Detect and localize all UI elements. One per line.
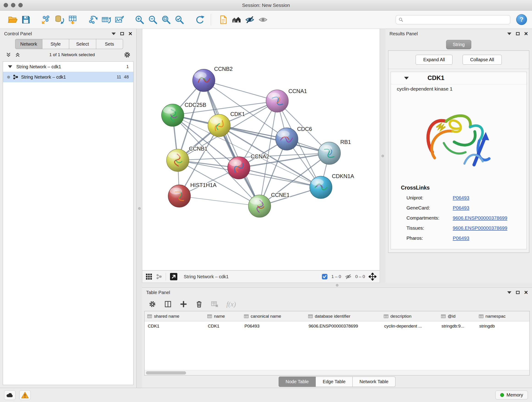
search-input[interactable] (405, 17, 507, 22)
document-button[interactable] (216, 13, 230, 27)
edge-CCNB2-CCNA1[interactable] (204, 80, 277, 101)
add-column-icon[interactable] (180, 300, 187, 308)
uniprot-link[interactable]: P06493 (453, 195, 469, 201)
new-network-from-selection-button[interactable] (86, 13, 99, 27)
column-header-description[interactable]: description (381, 311, 438, 321)
cell-name[interactable]: CDK1 (205, 321, 241, 331)
compartments-link[interactable]: 9606.ENSP00000378699 (453, 215, 507, 221)
maximize-window-button[interactable] (18, 3, 23, 7)
birdseye-toggle-icon[interactable] (170, 273, 178, 281)
node-CCNA1[interactable]: CCNA1 (266, 88, 307, 112)
edge-CCNE1-HIST1H1A[interactable] (179, 196, 260, 206)
genecard-link[interactable]: P06493 (453, 205, 469, 211)
table-menu-icon[interactable] (507, 291, 511, 294)
column-header-database-identifier[interactable]: database identifier (305, 311, 381, 321)
network-options-gear-icon[interactable] (123, 51, 131, 58)
panel-menu-icon[interactable] (112, 32, 116, 35)
table-horizontal-scrollbar[interactable] (145, 370, 530, 375)
left-splitter[interactable] (137, 29, 142, 388)
collection-caret-icon[interactable] (8, 65, 12, 68)
close-panel-icon[interactable]: × (128, 32, 132, 36)
zoom-out-button[interactable] (146, 13, 159, 27)
node-CCNB2[interactable]: CCNB2 (193, 66, 233, 92)
node-HIST1H1A[interactable]: HIST1H1A (168, 182, 216, 207)
network-canvas[interactable]: CCNB2CCNA1CDC25BCDK1CDC6RB1CCNB1CCNA2CDK… (142, 29, 380, 270)
memory-button[interactable]: Memory (495, 390, 528, 400)
show-glass-button[interactable] (256, 13, 270, 27)
cell-id[interactable]: stringdb:9... (438, 321, 476, 331)
table-row[interactable]: CDK1 CDK1 P06493 9606.ENSP00000378699 cy… (145, 321, 530, 331)
export-image-button[interactable] (113, 13, 126, 27)
cell-namespace[interactable]: stringdb (476, 321, 530, 331)
tab-sets[interactable]: Sets (96, 39, 123, 49)
network-collection-row[interactable]: String Network – cdk1 1 (3, 62, 133, 72)
cell-description[interactable]: cyclin-dependent ... (381, 321, 438, 331)
column-header-id[interactable]: @id (438, 311, 476, 321)
collapse-all-button[interactable]: Collapse All (462, 55, 502, 65)
results-close-icon[interactable]: × (524, 32, 528, 36)
table-options-gear-icon[interactable] (148, 300, 156, 308)
export-table-button[interactable] (99, 13, 113, 27)
zoom-fit-button[interactable] (159, 13, 173, 27)
toolbar-search[interactable] (396, 15, 510, 24)
pharos-link[interactable]: P06493 (453, 235, 469, 241)
delete-column-trash-icon[interactable] (195, 300, 203, 308)
zoom-selected-button[interactable] (173, 13, 186, 27)
node-CDC25B[interactable]: CDC25B (162, 102, 206, 127)
hidden-eye-slash-icon[interactable] (345, 273, 352, 280)
string-results-tab[interactable]: String (446, 40, 471, 49)
node-CCNB1[interactable]: CCNB1 (167, 146, 208, 172)
network-row-selected[interactable]: String Network – cdk1 11 48 (3, 72, 133, 82)
minimize-window-button[interactable] (11, 3, 15, 7)
selected-checkbox-icon[interactable] (322, 274, 328, 280)
column-header-canonical-name[interactable]: canonical name (241, 311, 305, 321)
show-columns-icon[interactable] (164, 300, 172, 308)
results-menu-icon[interactable] (507, 32, 511, 35)
close-window-button[interactable] (4, 3, 8, 7)
import-table-button[interactable] (66, 13, 79, 27)
node-CDKN1A[interactable]: CDKN1A (310, 173, 354, 198)
column-header-shared-name[interactable]: shared name (145, 311, 205, 321)
zoom-in-button[interactable] (133, 13, 146, 27)
refresh-network-button[interactable] (193, 13, 206, 27)
node-CDC6[interactable]: CDC6 (276, 126, 312, 150)
scrollbar-thumb[interactable] (146, 371, 186, 375)
edge-CCNA2-CDKN1A[interactable] (239, 168, 321, 187)
gene-collapse-caret-icon[interactable] (404, 77, 409, 80)
import-network-file-button[interactable] (39, 13, 53, 27)
expand-all-networks-icon[interactable] (6, 52, 12, 58)
import-network-database-button[interactable] (53, 13, 66, 27)
expand-all-button[interactable]: Expand All (416, 55, 452, 65)
collapse-all-networks-icon[interactable] (15, 52, 21, 58)
node-table-tab[interactable]: Node Table (279, 376, 316, 387)
share-layout-icon[interactable] (156, 274, 162, 280)
right-splitter[interactable] (380, 29, 385, 283)
table-float-icon[interactable] (516, 291, 520, 294)
string-home-button[interactable] (230, 13, 243, 27)
warnings-button[interactable] (19, 390, 31, 400)
float-panel-icon[interactable] (120, 32, 124, 35)
grid-icon[interactable] (146, 273, 152, 280)
tab-select[interactable]: Select (69, 39, 96, 49)
results-float-icon[interactable] (516, 32, 520, 35)
cell-database-identifier[interactable]: 9606.ENSP00000378699 (305, 321, 381, 331)
network-table-tab[interactable]: Network Table (353, 376, 395, 387)
hide-glass-button[interactable] (243, 13, 256, 27)
horizontal-splitter[interactable] (142, 283, 532, 287)
column-header-namespace[interactable]: namespac (476, 311, 530, 321)
node-RB1[interactable]: RB1 (318, 139, 351, 165)
gene-section-header[interactable]: CDK1 (391, 72, 526, 84)
network-graph[interactable]: CCNB2CCNA1CDC25BCDK1CDC6RB1CCNB1CCNA2CDK… (142, 29, 380, 270)
tab-style[interactable]: Style (42, 39, 70, 49)
open-session-button[interactable] (6, 13, 19, 27)
save-session-button[interactable] (19, 13, 32, 27)
cell-shared-name[interactable]: CDK1 (145, 321, 205, 331)
help-button[interactable]: ? (516, 14, 527, 25)
tissues-link[interactable]: 9606.ENSP00000378699 (453, 225, 507, 231)
cell-canonical-name[interactable]: P06493 (241, 321, 305, 331)
cloud-status-button[interactable] (4, 390, 16, 400)
tab-network[interactable]: Network (15, 39, 42, 49)
column-header-name[interactable]: name (205, 311, 241, 321)
edge-table-tab[interactable]: Edge Table (316, 376, 353, 387)
table-close-icon[interactable]: × (524, 290, 528, 295)
